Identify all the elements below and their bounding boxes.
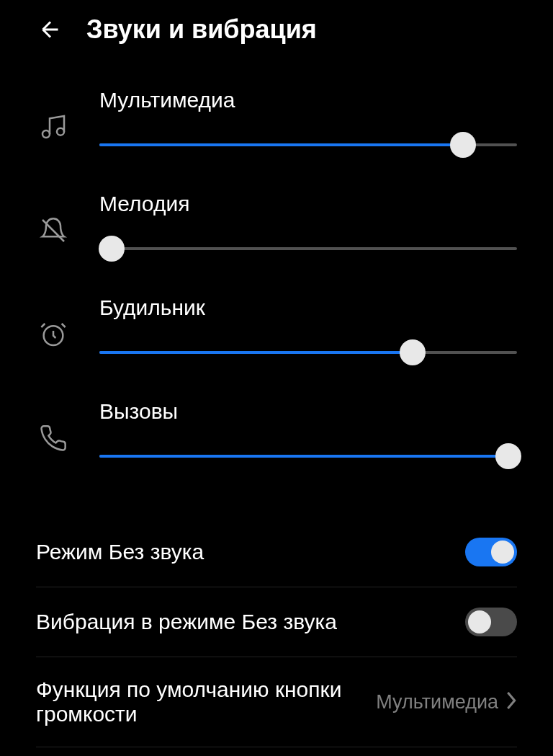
- default-volume-button-right: Мультимедиа: [376, 690, 517, 713]
- alarm-volume-slider[interactable]: [99, 342, 517, 363]
- svg-point-1: [57, 128, 64, 135]
- ringtone-volume-row: Мелодия: [36, 192, 517, 259]
- default-volume-button-value: Мультимедиа: [376, 691, 498, 713]
- volume-sliders-section: Мультимедиа Мелодия: [0, 59, 553, 517]
- silent-mode-toggle[interactable]: [465, 538, 517, 566]
- back-button[interactable]: [36, 15, 65, 44]
- svg-point-0: [42, 130, 50, 138]
- media-slider-content: Мультимедиа: [99, 88, 517, 156]
- arrow-left-icon: [37, 17, 63, 43]
- alarm-clock-icon: [36, 317, 71, 352]
- calls-volume-row: Вызовы: [36, 399, 517, 467]
- alarm-slider-label: Будильник: [99, 295, 517, 320]
- default-volume-button-row[interactable]: Функция по умолчанию кнопки громкости Му…: [36, 657, 517, 747]
- ringtone-slider-label: Мелодия: [99, 192, 517, 216]
- media-slider-label: Мультимедиа: [99, 88, 517, 112]
- calls-slider-label: Вызовы: [99, 399, 517, 424]
- calls-volume-slider[interactable]: [99, 445, 517, 467]
- silent-mode-row[interactable]: Режим Без звука: [36, 517, 517, 587]
- alarm-slider-content: Будильник: [99, 295, 517, 363]
- alarm-volume-row: Будильник: [36, 295, 517, 363]
- calls-slider-content: Вызовы: [99, 399, 517, 467]
- default-volume-button-label: Функция по умолчанию кнопки громкости: [36, 677, 376, 726]
- media-volume-row: Мультимедиа: [36, 88, 517, 156]
- vibrate-silent-label: Вибрация в режиме Без звука: [36, 610, 465, 634]
- ringtone-slider-content: Мелодия: [99, 192, 517, 259]
- chevron-right-icon: [505, 690, 517, 713]
- phone-icon: [36, 421, 71, 455]
- music-note-icon: [36, 110, 71, 144]
- header: Звуки и вибрация: [0, 0, 553, 59]
- bell-off-icon: [36, 213, 71, 248]
- vibrate-silent-toggle[interactable]: [465, 608, 517, 636]
- media-volume-slider[interactable]: [99, 134, 517, 156]
- settings-list: Режим Без звука Вибрация в режиме Без зв…: [0, 517, 553, 747]
- ringtone-volume-slider[interactable]: [99, 238, 517, 259]
- page-title: Звуки и вибрация: [86, 14, 317, 45]
- silent-mode-label: Режим Без звука: [36, 540, 465, 564]
- vibrate-silent-row[interactable]: Вибрация в режиме Без звука: [36, 587, 517, 657]
